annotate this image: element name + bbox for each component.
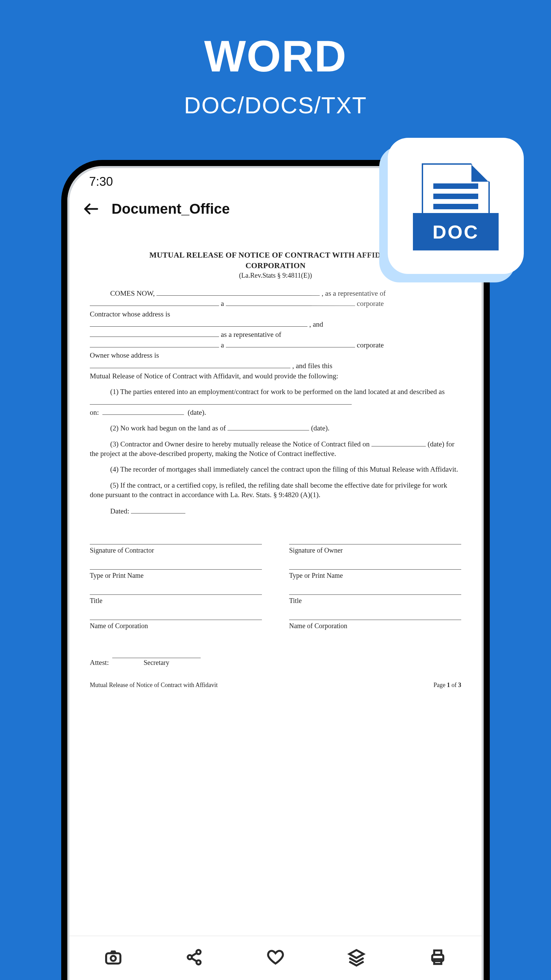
doc-format-badge: DOC xyxy=(388,138,524,274)
signature-line: Type or Print Name xyxy=(289,569,461,580)
doc-text: COMES NOW, xyxy=(110,289,155,298)
camera-icon xyxy=(104,948,123,967)
signature-line: Title xyxy=(289,595,461,605)
doc-text: on: xyxy=(90,408,99,417)
document-title: Document_Office xyxy=(111,201,230,217)
blank-field xyxy=(90,398,352,404)
blank-field xyxy=(226,340,355,347)
doc-line: , and xyxy=(90,320,461,329)
signature-column-right: Signature of Owner Type or Print Name Ti… xyxy=(289,530,461,630)
signature-column-left: Signature of Contractor Type or Print Na… xyxy=(90,530,262,630)
svg-rect-0 xyxy=(106,953,121,963)
doc-paragraph-3: (3) Contractor and Owner desire to hereb… xyxy=(90,439,461,459)
blank-field xyxy=(90,361,291,368)
bottom-toolbar: Screenshot Share Bookmark Shortcut Print xyxy=(69,936,482,980)
arrow-left-icon xyxy=(82,200,100,218)
doc-text: (date). xyxy=(188,408,206,417)
doc-line: Owner whose address is xyxy=(90,350,461,360)
footer-page-total: 3 xyxy=(458,682,461,688)
print-button[interactable]: Print xyxy=(397,948,478,969)
signature-line: Name of Corporation xyxy=(90,620,262,630)
doc-paragraph-4: (4) The recorder of mortgages shall imme… xyxy=(90,465,461,474)
doc-dated-line: Dated: xyxy=(90,506,461,516)
doc-text: (2) No work had begun on the land as of xyxy=(110,424,226,432)
phone-screen: 7:30 Document_Office MUTUAL RELEASE OF N… xyxy=(69,168,482,980)
svg-point-4 xyxy=(196,960,200,964)
doc-text: (3) Contractor and Owner desire to hereb… xyxy=(110,440,370,448)
shortcut-button[interactable]: Shortcut xyxy=(316,948,397,969)
footer-text: of xyxy=(450,682,458,688)
doc-paragraph-1: (1) The parties entered into an employme… xyxy=(90,387,461,396)
svg-point-3 xyxy=(196,950,200,954)
blank-field xyxy=(90,340,219,347)
doc-line: COMES NOW, , as a representative of xyxy=(90,288,461,298)
screenshot-button[interactable]: Screenshot xyxy=(73,948,154,969)
footer-page-current: 1 xyxy=(447,682,450,688)
share-button[interactable]: Share xyxy=(154,948,235,969)
secretary-label: Secretary xyxy=(112,658,201,667)
phone-frame: 7:30 Document_Office MUTUAL RELEASE OF N… xyxy=(61,160,490,980)
doc-badge-label: DOC xyxy=(413,213,499,250)
doc-line: as a representative of xyxy=(90,330,461,339)
document-page: MUTUAL RELEASE OF NOTICE OF CONTRACT WIT… xyxy=(90,250,461,689)
blank-field xyxy=(90,331,219,337)
svg-rect-6 xyxy=(434,950,441,955)
back-button[interactable] xyxy=(81,199,102,219)
doc-paragraph-5: (5) If the contract, or a certified copy… xyxy=(90,480,461,500)
doc-text: Dated: xyxy=(110,507,129,515)
attest-box: Secretary xyxy=(112,658,201,667)
layers-icon xyxy=(347,948,366,967)
promo-subtitle: DOC/DOCS/TXT xyxy=(0,92,551,118)
svg-point-1 xyxy=(111,956,116,961)
signature-line: Signature of Contractor xyxy=(90,544,262,555)
doc-text: a xyxy=(221,341,226,349)
blank-field xyxy=(372,440,426,447)
doc-text: corporate xyxy=(357,341,384,349)
doc-line: a corporate xyxy=(90,299,461,308)
blank-field xyxy=(102,408,184,415)
doc-paragraph-2: (2) No work had begun on the land as of … xyxy=(90,423,461,433)
printer-icon xyxy=(428,948,447,967)
footer-left: Mutual Release of Notice of Contract wit… xyxy=(90,681,218,689)
signature-line: Title xyxy=(90,595,262,605)
svg-point-2 xyxy=(188,955,192,959)
blank-field xyxy=(90,299,219,306)
doc-text: as a representative of xyxy=(221,331,281,339)
footer-right: Page 1 of 3 xyxy=(433,681,462,689)
doc-file-icon: DOC xyxy=(422,163,490,248)
doc-line: , and files this xyxy=(90,361,461,371)
footer-text: Page xyxy=(433,682,447,688)
page-footer: Mutual Release of Notice of Contract wit… xyxy=(90,681,461,689)
promo-banner: WORD DOC/DOCS/TXT xyxy=(0,0,551,118)
doc-text: corporate xyxy=(357,299,384,308)
blank-field xyxy=(131,507,185,514)
blank-field xyxy=(227,424,309,430)
doc-text: , and xyxy=(309,320,323,328)
bookmark-button[interactable]: Bookmark xyxy=(235,948,316,969)
attest-row: Attest: Secretary xyxy=(90,658,461,667)
document-viewport[interactable]: MUTUAL RELEASE OF NOTICE OF CONTRACT WIT… xyxy=(69,229,482,936)
doc-text: , as a representative of xyxy=(322,289,386,298)
attest-label: Attest: xyxy=(90,658,109,667)
signature-line: Type or Print Name xyxy=(90,569,262,580)
heart-icon xyxy=(266,948,285,967)
signature-line: Signature of Owner xyxy=(289,544,461,555)
blank-field xyxy=(156,289,320,296)
share-icon xyxy=(185,948,204,967)
status-time: 7:30 xyxy=(89,175,113,189)
doc-text: , and files this xyxy=(292,362,332,370)
doc-line: a corporate xyxy=(90,340,461,350)
signature-line: Name of Corporation xyxy=(289,620,461,630)
doc-line: Mutual Release of Notice of Contract wit… xyxy=(90,371,461,381)
doc-line: Contractor whose address is xyxy=(90,309,461,319)
promo-title: WORD xyxy=(0,30,551,82)
doc-line xyxy=(90,398,461,407)
blank-field xyxy=(226,299,355,306)
doc-text: (date). xyxy=(311,424,330,432)
blank-field xyxy=(90,320,308,327)
doc-text: a xyxy=(221,299,226,308)
signature-grid: Signature of Contractor Type or Print Na… xyxy=(90,530,461,630)
doc-line: on: (date). xyxy=(90,408,461,417)
